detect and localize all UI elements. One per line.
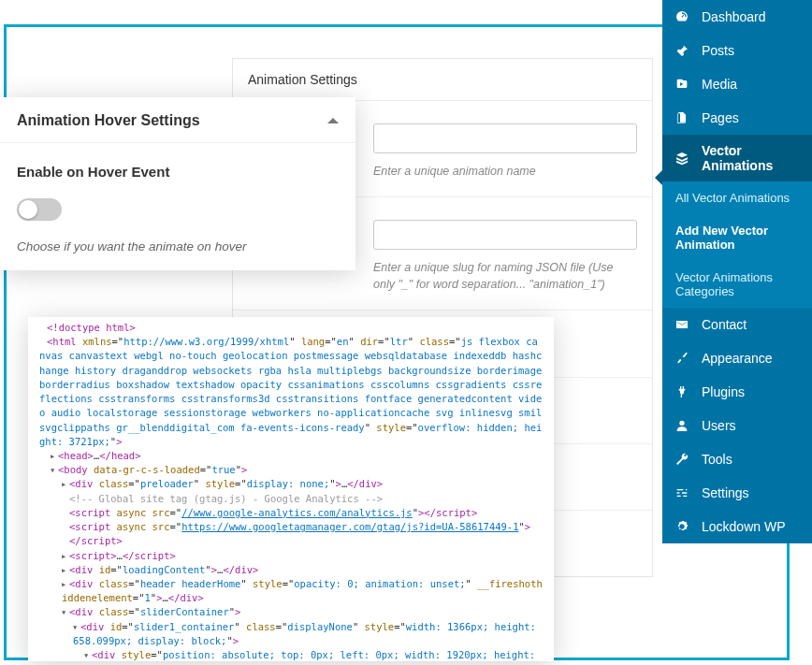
enable-hover-label: Enable on Hover Event [17,164,339,180]
layers-icon [674,150,690,166]
enable-hover-toggle[interactable] [17,198,62,221]
code-line[interactable]: ▸<div class="preloader" style="display: … [39,477,543,491]
code-line[interactable]: ▾<div id="slider1_container" class="disp… [39,620,543,648]
field-hint: Enter a unique animation name [373,163,637,180]
code-line[interactable]: ▸<script>…</script> [39,549,543,563]
sidebar-item-label: Settings [702,485,749,500]
sidebar-item-label: Pages [702,110,739,125]
animation-slug-input[interactable] [373,220,637,250]
sidebar-item-label: Media [702,77,737,92]
expand-arrow-icon[interactable]: ▸ [61,577,69,591]
sidebar-sub-vector-categories[interactable]: Vector Animations Categories [662,261,812,308]
code-line[interactable]: ▸<div id="loadingContent">…</div> [39,563,543,577]
mail-icon [674,316,690,333]
sidebar-item-dashboard[interactable]: Dashboard [662,0,812,34]
code-line[interactable]: ▾<div style="position: absolute; top: 0p… [39,648,543,661]
divider [0,142,355,143]
pin-icon [674,42,690,59]
code-line[interactable]: <html xmlns="http://www.w3.org/1999/xhtm… [39,335,543,449]
sidebar-sub-all-vector[interactable]: All Vector Animations [662,181,812,214]
expand-arrow-icon[interactable]: ▾ [50,463,58,477]
user-icon [674,417,690,434]
expand-arrow-icon[interactable]: ▾ [72,620,80,634]
sidebar-item-contact[interactable]: Contact [662,308,812,341]
sidebar-item-tools[interactable]: Tools [662,442,812,476]
sidebar-item-lockdown[interactable]: Lockdown WP [662,510,812,543]
wrench-icon [674,451,690,468]
sidebar-item-label: Plugins [702,384,745,399]
code-line[interactable]: <script async src="https://www.googletag… [39,520,543,534]
code-line[interactable]: </script> [39,534,543,548]
code-line[interactable]: ▾<body data-gr-c-s-loaded="true"> [39,463,543,477]
expand-arrow-icon[interactable]: ▸ [61,549,69,563]
admin-sidebar: Dashboard Posts Media Pages Vector Anima… [662,0,812,543]
plug-icon [674,383,690,400]
code-line[interactable]: ▸<head>…</head> [39,449,543,463]
gauge-icon [674,8,690,25]
sidebar-item-label: Dashboard [702,9,766,24]
field-hint: Enter a unique slug for naming JSON file… [373,259,637,293]
hover-panel-header[interactable]: Animation Hover Settings [0,97,355,142]
sidebar-item-label: Tools [702,452,732,467]
sidebar-item-posts[interactable]: Posts [662,34,812,67]
expand-arrow-icon[interactable]: ▾ [61,605,69,619]
code-line[interactable]: ▾<div class="sliderContainer"> [39,605,543,619]
sidebar-item-media[interactable]: Media [662,67,812,101]
animation-name-input[interactable] [373,123,637,153]
panel-title: Animation Settings [233,59,652,101]
expand-arrow-icon[interactable]: ▾ [83,648,92,661]
sidebar-item-users[interactable]: Users [662,409,812,442]
expand-arrow-icon[interactable]: ▸ [50,449,58,463]
expand-arrow-icon[interactable]: ▸ [61,477,69,491]
panel-title: Animation Hover Settings [17,112,200,129]
sidebar-item-vector-animations[interactable]: Vector Animations [662,135,812,181]
sidebar-item-label: Contact [702,317,747,332]
sidebar-item-settings[interactable]: Settings [662,476,812,510]
code-line[interactable]: ▸<div class="header headerHome" style="o… [39,577,543,605]
code-line[interactable]: <script async src="//www.google-analytic… [39,506,543,520]
hover-settings-panel: Animation Hover Settings Enable on Hover… [0,97,355,270]
sidebar-item-pages[interactable]: Pages [662,101,812,135]
code-line[interactable]: <!-- Global site tag (gtag.js) - Google … [39,492,543,506]
sidebar-item-label: Appearance [702,351,773,366]
sidebar-item-label: Users [702,418,736,433]
sidebar-item-plugins[interactable]: Plugins [662,375,812,409]
hover-description: Choose if you want the animate on hover [17,239,339,253]
sidebar-item-label: Lockdown WP [702,519,785,534]
sliders-icon [674,484,690,501]
active-indicator-icon [655,170,662,185]
collapse-icon [327,118,339,123]
sidebar-item-label: Vector Animations [702,143,801,173]
media-icon [674,76,690,93]
sidebar-item-label: Posts [702,43,734,58]
sidebar-sub-add-new-vector[interactable]: Add New Vector Animation [662,214,812,261]
toggle-knob [19,200,37,219]
devtools-elements-panel[interactable]: <!doctype html><html xmlns="http://www.w… [28,317,554,661]
gear-icon [674,518,690,535]
code-line[interactable]: <!doctype html> [39,321,543,335]
brush-icon [674,350,690,367]
expand-arrow-icon[interactable]: ▸ [61,563,69,577]
pages-icon [674,109,690,126]
sidebar-item-appearance[interactable]: Appearance [662,341,812,375]
